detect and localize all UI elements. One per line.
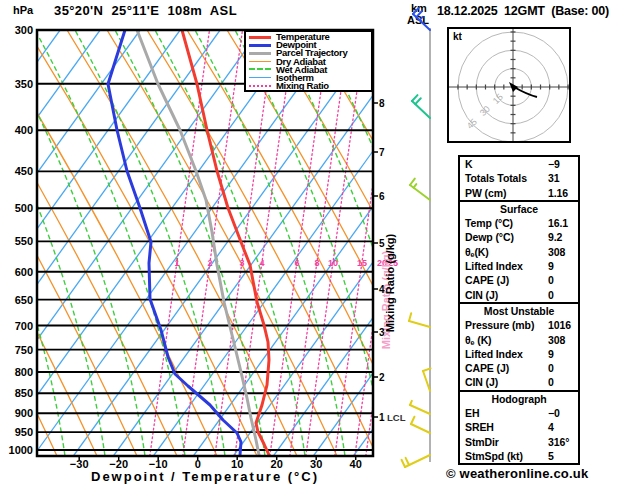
skewt-sounding-page: 3003504004505005506006507007508008509009… [0,0,629,486]
svg-text:8: 8 [379,98,385,109]
credit-link[interactable]: © weatheronline.co.uk [446,466,588,481]
svg-text:750: 750 [15,344,33,356]
svg-text:6: 6 [379,191,385,202]
wind-barb [410,179,430,200]
stats-row: Dewp (°C)9.2 [460,230,578,244]
svg-text:900: 900 [15,407,33,419]
svg-text:10: 10 [328,258,338,268]
stats-row: Lifted Index9 [460,259,578,273]
stats-row-value: −0 [548,406,560,420]
stats-row-label: Temp (°C) [465,216,548,230]
svg-text:500: 500 [15,202,33,214]
legend-line-swatch [249,36,271,39]
svg-text:2: 2 [379,372,385,383]
stats-row-label: θₑ(K) [465,245,548,259]
stats-section-title: Surface [460,202,578,216]
stats-row: K−9 [460,157,578,171]
svg-text:15: 15 [357,258,367,268]
svg-text:950: 950 [15,426,33,438]
wind-barb [413,8,430,30]
stats-row-label: Dewp (°C) [465,230,548,244]
stats-row-label: StmDir [465,435,548,449]
svg-text:1: 1 [174,258,179,268]
stats-row: Pressure (mb)1016 [460,318,578,332]
svg-text:3: 3 [379,327,385,338]
stats-row-value: 308 [548,333,565,347]
wind-barb [402,455,430,467]
stats-row-value: 308 [548,245,565,259]
stats-section: Most UnstablePressure (mb)1016θₑ (K)308L… [460,302,578,390]
stats-section-title: Most Unstable [460,304,578,318]
svg-text:6: 6 [294,258,299,268]
stats-row-label: EH [465,406,548,420]
stats-row: EH−0 [460,406,578,420]
chart-legend: TemperatureDewpointParcel TrajectoryDry … [244,30,373,92]
svg-text:800: 800 [15,366,33,378]
svg-text:LCL: LCL [387,412,406,423]
stats-row-label: K [465,157,548,171]
stats-row-label: PW (cm) [465,186,548,200]
mixing-ratio-value-labels: 12346810152025 [174,258,398,268]
stats-row: StmDir316° [460,435,578,449]
stats-row-value: 16.1 [548,216,568,230]
svg-text:3: 3 [239,258,244,268]
stats-row: CIN (J)0 [460,375,578,389]
temperature-axis: −30−20−10010203040Dewpoint / Temperature… [70,456,362,484]
stats-row-label: CAPE (J) [465,361,548,375]
svg-text:4: 4 [259,258,264,268]
pressure-tick-labels: 3003504004505005506006507007508008509009… [9,24,33,456]
stats-row: θₑ(K)308 [460,245,578,259]
svg-text:700: 700 [15,320,33,332]
stats-row-value: −9 [548,157,560,171]
stats-row: Temp (°C)16.1 [460,216,578,230]
datetime-label: 18.12.2025 12GMT (Base: 00) [437,4,609,18]
stats-row: CAPE (J)0 [460,361,578,375]
svg-text:350: 350 [15,78,33,90]
stats-row-label: Totals Totals [465,171,548,185]
sounding-indices-table: K−9Totals Totals31PW (cm)1.16SurfaceTemp… [458,155,580,465]
stats-section-title: Hodograph [460,392,578,406]
wind-barb [411,417,430,433]
wind-barb [409,313,430,327]
svg-text:450: 450 [15,165,33,177]
stats-row: Lifted Index9 [460,347,578,361]
legend-line-swatch [249,68,271,70]
hodograph-unit-label: kt [453,31,463,42]
stats-section: HodographEH−0SREH4StmDir316°StmSpd (kt)5 [460,390,578,463]
svg-text:5: 5 [379,238,385,249]
svg-text:2: 2 [207,258,212,268]
stats-row-label: CIN (J) [465,288,548,302]
stats-row: SREH4 [460,420,578,434]
legend-item-label: Mixing Ratio [276,81,329,91]
legend-item: Mixing Ratio [249,82,371,90]
wind-barb [412,95,430,118]
wind-barb-column [402,8,431,467]
stats-row: CAPE (J)0 [460,273,578,287]
stats-row-label: CIN (J) [465,375,548,389]
svg-text:Dewpoint / Temperature (°C): Dewpoint / Temperature (°C) [91,469,319,484]
legend-line-swatch [249,61,271,63]
svg-text:15: 15 [491,92,505,106]
stats-row-label: SREH [465,420,548,434]
svg-text:8: 8 [314,258,319,268]
svg-text:300: 300 [15,24,33,36]
svg-text:650: 650 [15,294,33,306]
stats-section: K−9Totals Totals31PW (cm)1.16 [460,157,578,200]
stats-row-value: 31 [548,171,559,185]
stats-row-value: 0 [548,273,554,287]
stats-row-value: 316° [548,435,569,449]
stats-row: Totals Totals31 [460,171,578,185]
svg-text:400: 400 [15,124,33,136]
stats-row-label: Lifted Index [465,259,548,273]
wind-barb [410,401,430,414]
legend-line-swatch [249,77,271,79]
stats-row: CIN (J)0 [460,288,578,302]
svg-text:600: 600 [15,266,33,278]
stats-row-value: 5 [548,449,554,463]
stats-row-value: 0 [548,288,554,302]
stats-row-value: 1.16 [548,186,568,200]
stats-row-value: 9 [548,347,554,361]
svg-text:1: 1 [379,412,385,423]
stats-row-value: 4 [548,420,554,434]
hodograph: 153045kt [448,28,570,142]
